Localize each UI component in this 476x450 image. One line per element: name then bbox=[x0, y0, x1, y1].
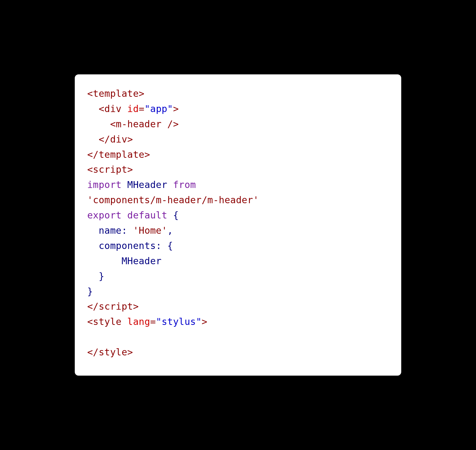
code-line: </template> bbox=[87, 147, 389, 162]
code-line: </div> bbox=[87, 132, 389, 147]
tag-close: > bbox=[173, 103, 178, 114]
string-literal: 'components/m-header/m-header' bbox=[87, 195, 259, 205]
code-line: export default { bbox=[87, 208, 389, 223]
tag-open: <template> bbox=[87, 88, 145, 99]
code-line: </style> bbox=[87, 345, 389, 360]
indent bbox=[87, 255, 121, 266]
attr-name: lang bbox=[127, 316, 150, 327]
code-line: <div id="app"> bbox=[87, 101, 389, 117]
indent bbox=[87, 240, 99, 251]
identifier: MHeader bbox=[121, 255, 162, 266]
tag-close: > bbox=[202, 316, 207, 327]
tag: <m-header /> bbox=[110, 119, 178, 129]
code-line: name: 'Home', bbox=[87, 223, 389, 238]
equals: = bbox=[139, 103, 144, 114]
equals: = bbox=[150, 316, 156, 327]
tag-open: <script> bbox=[87, 164, 133, 175]
code-line: MHeader bbox=[87, 254, 389, 269]
indent bbox=[87, 225, 99, 236]
comma: , bbox=[167, 225, 173, 236]
keyword-default: default bbox=[127, 210, 168, 221]
code-line: <template> bbox=[87, 86, 389, 101]
space bbox=[162, 240, 167, 251]
space bbox=[121, 179, 127, 190]
tag-close: </style> bbox=[87, 347, 133, 358]
keyword-export: export bbox=[87, 210, 121, 221]
code-line: } bbox=[87, 269, 389, 284]
attr-value: "app" bbox=[145, 103, 173, 114]
identifier: MHeader bbox=[127, 179, 168, 190]
code-line: import MHeader from bbox=[87, 177, 389, 193]
tag-close: </div> bbox=[99, 134, 133, 145]
keyword-from: from bbox=[173, 179, 196, 190]
string-literal: 'Home' bbox=[133, 225, 167, 236]
code-line: 'components/m-header/m-header' bbox=[87, 193, 389, 208]
tag-open: <style bbox=[87, 316, 121, 327]
property-name: components: bbox=[99, 240, 162, 251]
brace-close: } bbox=[99, 271, 104, 282]
space bbox=[121, 210, 127, 221]
code-line: components: { bbox=[87, 238, 389, 254]
space bbox=[196, 179, 202, 190]
code-line: <m-header /> bbox=[87, 117, 389, 132]
code-line: <script> bbox=[87, 162, 389, 177]
space bbox=[121, 316, 127, 327]
brace-open: { bbox=[167, 240, 173, 251]
code-line: </script> bbox=[87, 299, 389, 314]
property-name: name: bbox=[99, 225, 127, 236]
keyword-import: import bbox=[87, 179, 121, 190]
space bbox=[127, 225, 133, 236]
space bbox=[167, 179, 173, 190]
brace-open: { bbox=[173, 210, 178, 221]
attr-name: id bbox=[127, 103, 139, 114]
tag-open: <div bbox=[99, 103, 121, 114]
space bbox=[167, 210, 173, 221]
indent bbox=[87, 103, 99, 114]
indent bbox=[87, 134, 99, 145]
space bbox=[121, 103, 127, 114]
tag-close: </script> bbox=[87, 301, 139, 312]
tag-close: </template> bbox=[87, 149, 150, 160]
code-line bbox=[87, 330, 389, 345]
code-window: <template> <div id="app"> <m-header /> <… bbox=[75, 74, 401, 376]
indent bbox=[87, 119, 110, 129]
code-line: <style lang="stylus"> bbox=[87, 314, 389, 330]
brace-close: } bbox=[87, 286, 93, 297]
attr-value: "stylus" bbox=[156, 316, 202, 327]
code-line: } bbox=[87, 284, 389, 299]
indent bbox=[87, 271, 99, 282]
